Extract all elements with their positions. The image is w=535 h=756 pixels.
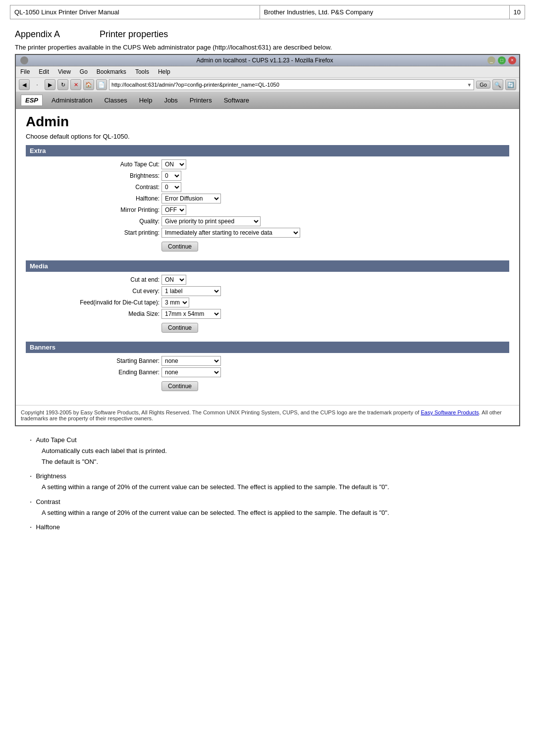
- section-header-extra: Extra: [26, 145, 509, 156]
- select-startingbanner[interactable]: none: [161, 356, 221, 366]
- control-startingbanner: none: [161, 356, 221, 366]
- control-endingbanner: none: [161, 367, 221, 377]
- doc-page: 10: [510, 5, 525, 19]
- bullet-desc-brightness: A setting within a range of 20% of the c…: [42, 482, 505, 492]
- label-contrast: Contrast:: [46, 184, 160, 191]
- label-feed: Feed(invalid for Die-Cut tape):: [46, 299, 160, 306]
- section-header-media: Media: [26, 260, 509, 272]
- menu-help[interactable]: Help: [157, 67, 172, 76]
- form-row-cutatend: Cut at end: ONOFF: [26, 275, 509, 285]
- label-cutevery: Cut every:: [46, 288, 160, 295]
- menu-bookmarks[interactable]: Bookmarks: [95, 67, 128, 76]
- cups-body: Admin Choose default options for QL-1050…: [16, 109, 519, 405]
- select-contrast[interactable]: 0: [161, 182, 181, 192]
- form-row-mediasize: Media Size: 17mm x 54mm 29mm x 90mm: [26, 309, 509, 319]
- label-startprinting: Start printing:: [46, 229, 160, 236]
- nav-classes[interactable]: Classes: [98, 95, 133, 106]
- form-row-startprinting: Start printing: Immediately after starti…: [26, 228, 509, 238]
- maximize-button[interactable]: □: [498, 56, 506, 64]
- bullet-title-contrast: Contrast: [36, 498, 60, 505]
- nav-jobs[interactable]: Jobs: [158, 95, 183, 106]
- form-row-autotapecut: Auto Tape Cut: ONOFF: [26, 159, 509, 169]
- continue-button-media[interactable]: Continue: [161, 323, 198, 333]
- continue-button-banners[interactable]: Continue: [161, 381, 198, 391]
- select-startprinting[interactable]: Immediately after starting to receive da…: [161, 228, 300, 238]
- address-bar[interactable]: http://localhost:631/admin/?op=config-pr…: [109, 79, 474, 90]
- control-mediasize: 17mm x 54mm 29mm x 90mm: [161, 309, 221, 319]
- browser-window: Admin on localhost - CUPS v1.1.23 - Mozi…: [15, 54, 520, 426]
- browser-titlebar: Admin on localhost - CUPS v1.1.23 - Mozi…: [16, 55, 519, 66]
- form-row-mirrorprinting: Mirror Printing: OFFON: [26, 205, 509, 215]
- select-cutevery[interactable]: 1 label 2 labels: [161, 286, 221, 296]
- appendix-title: Appendix A Printer properties: [15, 29, 520, 40]
- nav-administration[interactable]: Administration: [46, 95, 98, 106]
- label-quality: Quality:: [46, 218, 160, 225]
- home-button[interactable]: 🏠: [83, 79, 94, 90]
- select-halftone[interactable]: Error Diffusion Threshold Dithering: [161, 194, 221, 203]
- control-cutatend: ONOFF: [161, 275, 186, 285]
- control-feed: 3 mm 6 mm: [161, 298, 189, 307]
- reload-button[interactable]: ↻: [57, 79, 68, 90]
- easy-software-link[interactable]: Easy Software Products: [421, 409, 479, 415]
- nav-software[interactable]: Software: [218, 95, 255, 106]
- bullet-dot-2: ·: [30, 472, 32, 480]
- continue-button-extra[interactable]: Continue: [161, 242, 198, 252]
- menu-file[interactable]: File: [19, 67, 31, 76]
- select-autotapecut[interactable]: ONOFF: [161, 159, 186, 169]
- close-button[interactable]: ×: [508, 56, 516, 64]
- section-media: Media Cut at end: ONOFF Cut every:: [26, 260, 509, 336]
- form-row-cutevery: Cut every: 1 label 2 labels: [26, 286, 509, 296]
- select-mediasize[interactable]: 17mm x 54mm 29mm x 90mm: [161, 309, 221, 319]
- select-brightness[interactable]: 0: [161, 171, 181, 181]
- label-brightness: Brightness:: [46, 172, 160, 179]
- control-brightness: 0: [161, 171, 181, 181]
- label-autotapecut: Auto Tape Cut:: [46, 161, 160, 168]
- control-mirrorprinting: OFFON: [161, 205, 186, 215]
- select-quality[interactable]: Give priority to print speed Give priori…: [161, 216, 261, 226]
- go-button[interactable]: Go: [476, 81, 490, 89]
- bullet-section: · Auto Tape Cut Automatically cuts each …: [30, 436, 505, 531]
- menu-view[interactable]: View: [56, 67, 72, 76]
- section-header-banners: Banners: [26, 342, 509, 353]
- bullet-title-autotapecut: Auto Tape Cut: [36, 436, 76, 444]
- menu-edit[interactable]: Edit: [37, 67, 51, 76]
- select-mirrorprinting[interactable]: OFFON: [161, 205, 186, 215]
- bullet-dot-3: ·: [30, 498, 32, 506]
- menu-tools[interactable]: Tools: [134, 67, 151, 76]
- cups-admin-title: Admin: [26, 114, 509, 130]
- control-quality: Give priority to print speed Give priori…: [161, 216, 261, 226]
- form-row-brightness: Brightness: 0: [26, 171, 509, 181]
- bullet-item-brightness: · Brightness A setting within a range of…: [30, 472, 505, 492]
- browser-icon: [20, 56, 28, 64]
- search-button[interactable]: 🔍: [492, 79, 503, 90]
- doc-header: QL-1050 Linux Printer Driver Manual Brot…: [10, 5, 525, 19]
- address-dropdown[interactable]: ▼: [467, 82, 472, 88]
- stop-button[interactable]: ✕: [70, 79, 81, 90]
- cups-nav-esp[interactable]: ESP: [21, 95, 43, 106]
- select-endingbanner[interactable]: none: [161, 367, 221, 377]
- cups-nav: ESP Administration Classes Help Jobs Pri…: [16, 92, 519, 109]
- bullet-item-halftone: · Halftone: [30, 523, 505, 531]
- minimize-button[interactable]: _: [487, 56, 495, 64]
- label-mirrorprinting: Mirror Printing:: [46, 206, 160, 213]
- bullet-title-brightness: Brightness: [36, 472, 66, 480]
- nav-printers[interactable]: Printers: [184, 95, 218, 106]
- nav-help[interactable]: Help: [133, 95, 159, 106]
- bullet-title-halftone: Halftone: [36, 523, 59, 531]
- form-row-feed: Feed(invalid for Die-Cut tape): 3 mm 6 m…: [26, 298, 509, 307]
- browser-menubar: File Edit View Go Bookmarks Tools Help: [16, 66, 519, 78]
- back-button[interactable]: ◀: [19, 79, 30, 90]
- control-autotapecut: ONOFF: [161, 159, 188, 169]
- select-feed[interactable]: 3 mm 6 mm: [161, 298, 189, 307]
- form-row-quality: Quality: Give priority to print speed Gi…: [26, 216, 509, 226]
- refresh-icon[interactable]: 🔄: [505, 79, 516, 90]
- select-cutatend[interactable]: ONOFF: [161, 275, 186, 285]
- appendix-heading: Printer properties: [100, 29, 168, 39]
- forward-button[interactable]: ▶: [45, 79, 55, 90]
- section-banners: Banners Starting Banner: none Ending Ban…: [26, 342, 509, 394]
- control-halftone: Error Diffusion Threshold Dithering: [161, 194, 221, 203]
- bullet-dot-4: ·: [30, 523, 32, 531]
- doc-company: Brother Industries, Ltd. P&S Company: [260, 5, 510, 19]
- control-contrast: 0: [161, 182, 181, 192]
- menu-go[interactable]: Go: [78, 67, 89, 76]
